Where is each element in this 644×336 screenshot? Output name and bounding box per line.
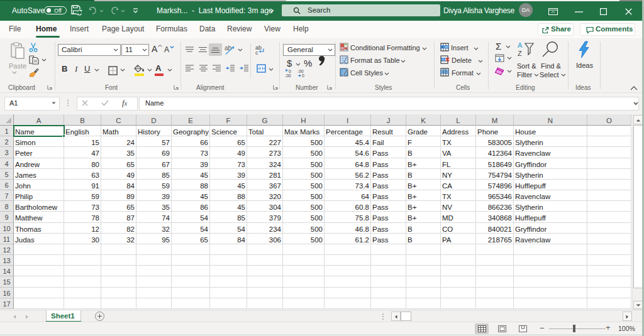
svg-text:A: A <box>518 41 523 49</box>
svg-text:0: 0 <box>302 73 304 77</box>
svg-text:.00: .00 <box>297 69 304 73</box>
svg-text:Z: Z <box>518 50 522 57</box>
svg-text:0: 0 <box>289 69 291 73</box>
svg-text:ab: ab <box>225 45 232 51</box>
svg-text:c: c <box>255 50 258 55</box>
svg-text:.00: .00 <box>285 73 291 77</box>
